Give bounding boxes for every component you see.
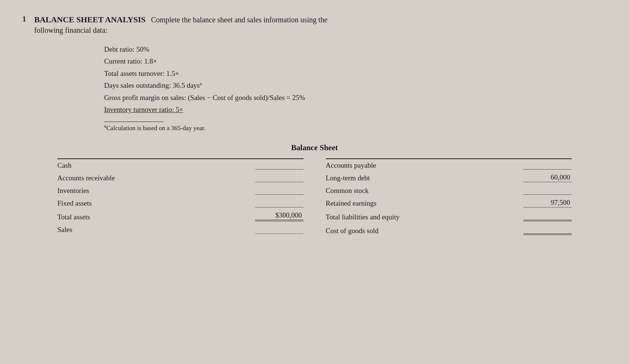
row-value: 97,500 (523, 199, 572, 207)
row-label: Sales (57, 226, 255, 234)
row-value (523, 211, 572, 221)
row-label: Accounts payable (326, 161, 523, 170)
problem-number: 1 (22, 15, 30, 23)
problem-header: 1 BALANCE SHEET ANALYSIS Complete the ba… (22, 15, 607, 35)
list-item: Current ratio: 1.8× (104, 55, 607, 67)
row-label: Accounts receivable (57, 174, 255, 182)
table-row: Cost of goods sold (326, 223, 572, 235)
list-item: Days sales outstanding: 36.5 daysa (104, 80, 607, 92)
row-value (255, 199, 304, 207)
row-label: Inventories (57, 187, 255, 195)
table-row: Long-term debt 60,000 (326, 172, 572, 182)
balance-sheet-layout: Cash Accounts receivable Inventories Fix… (57, 158, 571, 237)
footnote-line (104, 122, 164, 122)
list-item: Total assets turnover: 1.5× (104, 68, 607, 80)
footnote-text: aCalculation is based on a 365-day year. (104, 123, 607, 132)
list-item: Gross profit margin on sales: (Sales − C… (104, 92, 607, 104)
table-row: Cash (57, 159, 303, 170)
row-value: 60,000 (523, 173, 572, 182)
col-left: Cash Accounts receivable Inventories Fix… (57, 158, 303, 237)
row-value (255, 161, 304, 170)
balance-sheet-section: Balance Sheet Cash Accounts receivable I… (22, 143, 607, 237)
col-right: Accounts payable Long-term debt 60,000 C… (326, 158, 572, 237)
table-row: Inventories (57, 184, 303, 195)
row-label: Common stock (326, 187, 523, 195)
page-container: 1 BALANCE SHEET ANALYSIS Complete the ba… (22, 15, 607, 237)
row-label: Total liabilities and equity (326, 213, 523, 221)
table-row: Total assets $300,000 (57, 210, 303, 221)
second-line: following financial data: (34, 26, 607, 35)
problem-title: BALANCE SHEET ANALYSIS (34, 15, 146, 24)
table-row: Common stock (326, 184, 572, 195)
row-value (255, 173, 304, 182)
row-value (255, 186, 304, 195)
footnote-section: aCalculation is based on a 365-day year. (104, 122, 607, 132)
row-value (523, 161, 572, 170)
list-item: Inventory turnover ratio: 5× (104, 104, 607, 116)
row-label: Cash (57, 161, 255, 170)
table-row: Total liabilities and equity (326, 210, 572, 221)
financial-data: Debt ratio: 50% Current ratio: 1.8× Tota… (104, 44, 607, 116)
row-label: Fixed assets (57, 199, 255, 207)
problem-description: Complete the balance sheet and sales inf… (151, 16, 327, 24)
row-label: Total assets (57, 213, 255, 221)
row-value: $300,000 (255, 211, 304, 221)
row-label: Long-term debt (326, 174, 523, 182)
list-item: Debt ratio: 50% (104, 44, 607, 55)
row-value (523, 225, 572, 235)
balance-sheet-title: Balance Sheet (22, 143, 607, 152)
table-row: Accounts payable (326, 159, 572, 170)
row-label: Cost of goods sold (326, 227, 523, 235)
table-row: Retained earnings 97,500 (326, 197, 572, 207)
table-row: Fixed assets (57, 197, 303, 207)
table-row: Sales (57, 223, 303, 234)
problem-content: BALANCE SHEET ANALYSIS Complete the bala… (34, 15, 607, 35)
row-value (523, 186, 572, 195)
row-label: Retained earnings (326, 199, 523, 207)
table-row: Accounts receivable (57, 172, 303, 182)
row-value (255, 225, 304, 234)
